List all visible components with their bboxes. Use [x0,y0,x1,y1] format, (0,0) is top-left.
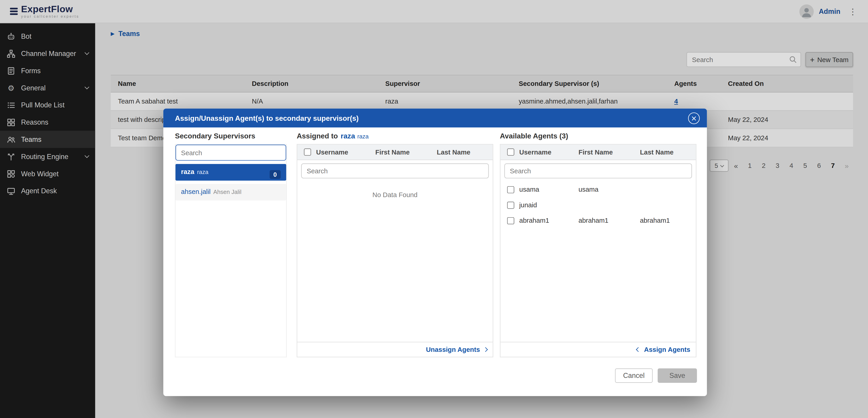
close-button[interactable]: × [688,112,700,124]
assigned-search-input[interactable] [301,163,489,178]
assigned-heading-prefix: Assigned to [297,132,338,140]
supervisor-username: raza [181,168,194,176]
assigned-count-badge: 0 [270,170,281,179]
save-button[interactable]: Save [658,368,697,383]
app-window: ExpertFlow your callcenter experts Admin… [0,0,868,418]
select-all-checkbox[interactable] [304,148,311,156]
assigned-supervisor-fullname: raza [357,133,369,140]
supervisor-fullname: raza [197,168,209,175]
agent-row[interactable]: usama usama [500,182,696,197]
column-first-name: First Name [579,148,640,156]
assigned-supervisor-username: raza [341,132,355,140]
no-data-message: No Data Found [297,191,493,199]
supervisors-search-input[interactable] [176,145,286,161]
assigned-grid-header: Username First Name Last Name [297,145,493,160]
supervisor-list-item[interactable]: raza raza 0 [176,164,286,181]
assigned-panel-footer: Unassign Agents [297,342,493,357]
select-all-checkbox[interactable] [507,148,515,156]
available-search-input[interactable] [504,163,692,178]
agent-first-name: abraham1 [579,217,640,224]
column-last-name: Last Name [640,148,696,156]
agent-username: junaid [519,201,579,209]
unassign-agents-label: Unassign Agents [426,346,480,353]
cancel-button[interactable]: Cancel [615,368,653,383]
assign-agents-dialog: Assign/Unassign Agent(s) to secondary su… [163,109,707,396]
dialog-header: Assign/Unassign Agent(s) to secondary su… [163,109,707,127]
close-icon: × [691,114,697,122]
column-username: Username [316,148,375,156]
agent-row[interactable]: junaid [500,197,696,212]
agent-row[interactable]: abraham1 abraham1 abraham1 [500,213,696,228]
dialog-body: Secondary Supervisors Assigned torazaraz… [163,127,707,396]
assigned-agents-panel: Username First Name Last Name No Data Fo… [297,144,493,357]
agent-username: usama [519,185,579,193]
dialog-footer: Cancel Save [615,368,697,383]
assigned-heading: Assigned torazaraza [297,132,369,140]
agent-username: abraham1 [519,217,579,224]
supervisor-list-item[interactable]: ahsen.jalil Ahsen Jalil [176,184,286,201]
agent-last-name: abraham1 [640,217,696,224]
available-agents-panel: Username First Name Last Name usama usam… [500,144,696,357]
supervisor-fullname: Ahsen Jalil [213,188,241,195]
agent-checkbox[interactable] [507,217,515,224]
agent-checkbox[interactable] [507,186,515,193]
available-heading: Available Agents (3) [500,132,568,140]
unassign-agents-button[interactable]: Unassign Agents [426,346,487,353]
column-username: Username [519,148,579,156]
chevron-right-icon [483,347,488,352]
assign-agents-label: Assign Agents [644,346,690,353]
supervisor-username: ahsen.jalil [181,188,211,196]
assign-agents-button[interactable]: Assign Agents [637,346,690,353]
available-panel-footer: Assign Agents [500,342,696,357]
agent-checkbox[interactable] [507,201,515,209]
column-last-name: Last Name [437,148,493,156]
supervisors-heading: Secondary Supervisors [175,132,255,140]
column-first-name: First Name [375,148,437,156]
supervisors-panel: raza raza 0 ahsen.jalil Ahsen Jalil [175,144,287,357]
chevron-left-icon [636,347,641,352]
dialog-title: Assign/Unassign Agent(s) to secondary su… [175,114,359,122]
agent-first-name: usama [579,185,640,193]
available-grid-header: Username First Name Last Name [500,145,696,160]
